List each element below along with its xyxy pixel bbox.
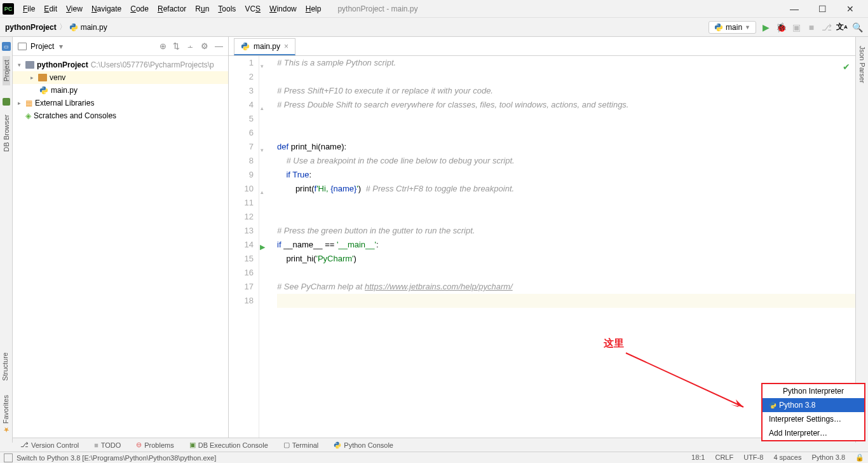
- tree-root[interactable]: ▾ pythonProject C:\Users\057776\PycharmP…: [13, 59, 228, 71]
- debug-button[interactable]: 🐞: [775, 22, 787, 33]
- inspection-ok-icon[interactable]: ✔: [843, 60, 850, 74]
- chevron-down-icon: ▼: [745, 24, 750, 31]
- settings-icon[interactable]: ⚙: [201, 41, 208, 51]
- bottom-tool-tabs: ⎇Version Control ≡TODO ⊖Problems ▣DB Exe…: [13, 438, 855, 452]
- project-panel-header: Project ▾ ⊕ ⇅ ⫠ ⚙ —: [13, 37, 228, 56]
- main-area: ▭ Project DB Browser Project ▾ ⊕ ⇅ ⫠ ⚙ —…: [0, 37, 868, 443]
- line-number-gutter: 1234 5678 9101112 1314▶ 15161718: [229, 56, 259, 443]
- lock-icon[interactable]: 🔒: [855, 453, 864, 462]
- collapse-all-icon[interactable]: ⫠: [186, 41, 194, 51]
- app-icon: PC: [3, 3, 14, 15]
- python-file-icon: [69, 23, 78, 32]
- tree-ext-libs[interactable]: ▸ ▦ External Libraries: [13, 97, 228, 109]
- status-interpreter[interactable]: Python 3.8: [811, 453, 845, 462]
- project-view-dropdown-icon[interactable]: ▾: [59, 42, 63, 51]
- tab-mainpy[interactable]: main.py ×: [234, 38, 295, 55]
- project-stripe-icon[interactable]: ▭: [2, 42, 11, 51]
- db-icon: ▣: [189, 441, 196, 449]
- menu-refactor[interactable]: Refactor: [154, 3, 190, 15]
- menu-file[interactable]: File: [19, 3, 39, 15]
- terminal-icon: ▢: [283, 441, 290, 449]
- tree-venv[interactable]: ▸ venv: [13, 71, 228, 84]
- editor-tabs: main.py ×: [229, 37, 855, 56]
- run-coverage-button[interactable]: ▣: [790, 22, 802, 33]
- problems-tab[interactable]: ⊖Problems: [136, 441, 173, 449]
- tab-label: main.py: [254, 42, 280, 51]
- project-stripe-label[interactable]: Project: [3, 56, 10, 85]
- close-button[interactable]: ✕: [843, 3, 858, 15]
- maximize-button[interactable]: ☐: [815, 3, 830, 15]
- popup-header: Python Interpreter: [763, 384, 864, 398]
- run-button[interactable]: ▶: [760, 22, 771, 33]
- project-panel: Project ▾ ⊕ ⇅ ⫠ ⚙ — ▾ pythonProject C:\U…: [13, 37, 229, 443]
- toolbar-right: main ▼ ▶ 🐞 ▣ ■ ⎇ 文A 🔍: [709, 21, 863, 34]
- menu-window[interactable]: Window: [266, 3, 301, 15]
- project-panel-actions: ⊕ ⇅ ⫠ ⚙ —: [159, 41, 223, 51]
- project-panel-title[interactable]: Project: [31, 42, 54, 51]
- run-config-selector[interactable]: main ▼: [709, 21, 756, 34]
- tree-scratches[interactable]: ▸ ◈ Scratches and Consoles: [13, 109, 228, 122]
- menu-help[interactable]: Help: [302, 3, 325, 15]
- menu-code[interactable]: Code: [126, 3, 153, 15]
- breadcrumb-separator: 〉: [59, 22, 67, 32]
- menu-vcs[interactable]: VCS: [241, 3, 264, 15]
- close-tab-icon[interactable]: ×: [284, 42, 288, 51]
- translate-icon[interactable]: 文A: [836, 22, 848, 33]
- menu-bar: File Edit View Navigate Code Refactor Ru…: [19, 3, 325, 15]
- python-file-icon: [39, 86, 48, 95]
- right-tool-stripe: Json Parser: [855, 37, 868, 443]
- status-tool-icon[interactable]: [4, 453, 13, 462]
- status-bar: Switch to Python 3.8 [E:\Programs\Python…: [0, 452, 868, 463]
- expand-arrow-icon[interactable]: ▸: [18, 100, 25, 106]
- structure-label[interactable]: Structure: [0, 349, 10, 385]
- venv-folder-icon: [38, 74, 47, 81]
- popup-python38-label: Python 3.8: [779, 401, 815, 410]
- popup-add[interactable]: Add Interpreter…: [763, 426, 864, 440]
- python-console-icon: [334, 441, 341, 449]
- popup-settings[interactable]: Interpreter Settings…: [763, 412, 864, 426]
- json-parser-label[interactable]: Json Parser: [858, 42, 866, 87]
- hide-panel-icon[interactable]: —: [215, 41, 223, 51]
- annotation-text: 这里: [604, 337, 624, 350]
- todo-tab[interactable]: ≡TODO: [94, 441, 121, 449]
- window-title: pythonProject - main.py: [337, 4, 417, 13]
- db-exec-tab[interactable]: ▣DB Execution Console: [189, 441, 268, 449]
- status-indent[interactable]: 4 spaces: [773, 453, 801, 462]
- expand-arrow-icon[interactable]: ▸: [31, 74, 38, 81]
- vcs-icon: ⎇: [20, 441, 29, 449]
- status-right: 18:1 CRLF UTF-8 4 spaces Python 3.8 🔒: [691, 453, 864, 462]
- status-line-sep[interactable]: CRLF: [715, 453, 733, 462]
- python-file-icon: [241, 42, 250, 51]
- popup-python38[interactable]: Python 3.8: [763, 398, 864, 412]
- minimize-button[interactable]: —: [787, 3, 802, 15]
- left-bottom-stripe: Structure ★Favorites: [0, 349, 13, 438]
- terminal-tab[interactable]: ▢Terminal: [283, 441, 319, 449]
- db-browser-icon[interactable]: [3, 98, 10, 106]
- menu-run[interactable]: Run: [191, 3, 213, 15]
- todo-icon: ≡: [94, 441, 98, 449]
- interpreter-popup: Python Interpreter Python 3.8 Interprete…: [761, 383, 865, 441]
- version-control-tab[interactable]: ⎇Version Control: [20, 441, 79, 449]
- breadcrumb-file[interactable]: main.py: [81, 23, 107, 32]
- menu-view[interactable]: View: [62, 3, 86, 15]
- tree-mainpy[interactable]: main.py: [13, 84, 228, 97]
- stop-button[interactable]: ■: [806, 22, 817, 33]
- menu-edit[interactable]: Edit: [40, 3, 61, 15]
- breadcrumb-project[interactable]: pythonProject: [5, 23, 57, 32]
- menu-tools[interactable]: Tools: [214, 3, 240, 15]
- expand-all-icon[interactable]: ⇅: [173, 41, 180, 51]
- status-position[interactable]: 18:1: [691, 453, 705, 462]
- menu-navigate[interactable]: Navigate: [88, 3, 125, 15]
- favorites-label[interactable]: ★Favorites: [0, 391, 11, 438]
- expand-arrow-icon[interactable]: ▾: [18, 62, 25, 68]
- title-bar: PC File Edit View Navigate Code Refactor…: [0, 0, 868, 18]
- folder-icon: [25, 61, 34, 69]
- status-encoding[interactable]: UTF-8: [743, 453, 763, 462]
- select-opened-icon[interactable]: ⊕: [159, 41, 166, 51]
- db-browser-label[interactable]: DB Browser: [3, 111, 10, 156]
- problems-icon: ⊖: [136, 441, 142, 449]
- python-console-tab[interactable]: Python Console: [334, 441, 393, 449]
- tree-mainpy-label: main.py: [51, 86, 78, 95]
- git-button[interactable]: ⎇: [821, 22, 832, 33]
- search-icon[interactable]: 🔍: [851, 22, 863, 33]
